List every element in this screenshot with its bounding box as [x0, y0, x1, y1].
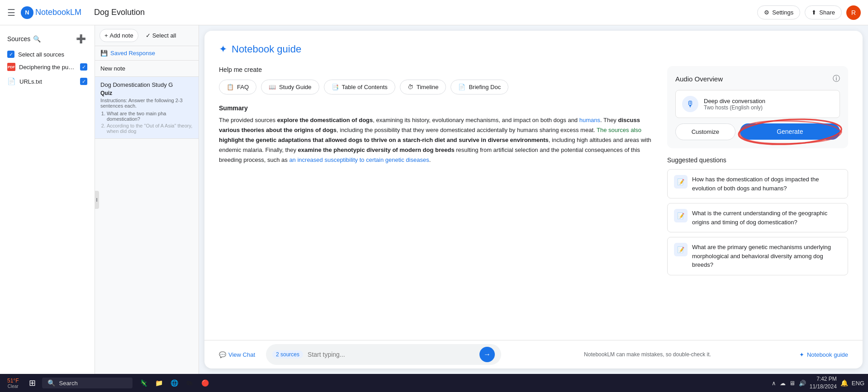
note-title-new: New note	[100, 65, 193, 72]
view-chat-button[interactable]: 💬 View Chat	[213, 348, 261, 361]
deep-dive-subtitle: Two hosts (English only)	[704, 104, 765, 111]
note-item-study[interactable]: Dog Domestication Study G Quiz Instructi…	[95, 77, 199, 139]
menu-icon[interactable]: ☰	[7, 7, 15, 18]
settings-icon: ⚙	[764, 9, 769, 16]
timeline-icon: ⏱	[408, 84, 413, 90]
study-guide-icon: 📖	[269, 84, 276, 90]
app-logo: N NotebookLM	[21, 6, 81, 19]
saved-response-icon: 💾	[100, 50, 108, 57]
add-note-label: Add note	[110, 32, 133, 39]
source-checkbox-pdf[interactable]: ✓	[80, 63, 87, 71]
briefing-doc-label: Briefing Doc	[469, 84, 501, 90]
source-item-pdf[interactable]: PDF Deciphering the puzzl... ✓	[0, 60, 95, 74]
notebook-guide-star-icon: ✦	[799, 351, 804, 358]
taskbar-icon-edge[interactable]: 🌐	[167, 376, 181, 390]
quiz-question-2: According to the "Out of A Asia" theory,…	[107, 123, 193, 134]
sources-label: Sources 🔍	[7, 35, 41, 43]
question-icon-2: 📝	[674, 209, 688, 222]
audio-info-icon[interactable]: ⓘ	[833, 74, 840, 84]
taskbar-icon-files[interactable]: 📁	[152, 376, 166, 390]
question-icon-3: 📝	[674, 243, 688, 256]
taskbar-time: 7:42 PM	[810, 375, 837, 383]
weather-temp: 51°F	[7, 378, 19, 384]
question-card-2[interactable]: 📝 What is the current understanding of t…	[667, 203, 848, 232]
notebook-guide-button[interactable]: ✦ Notebook guide	[794, 348, 854, 361]
study-guide-button[interactable]: 📖 Study Guide	[261, 80, 319, 94]
settings-button[interactable]: ⚙ Settings	[757, 5, 800, 19]
sources-badge: 2 sources	[272, 350, 303, 359]
summary-section: Summary The provided sources explore the…	[219, 104, 653, 165]
sidebar-collapse-tab[interactable]: ‖	[95, 191, 99, 209]
weather-widget: 51°F Clear	[4, 378, 22, 389]
question-text-2: What is the current understanding of the…	[692, 209, 841, 227]
guide-header: ✦ Notebook guide	[219, 43, 848, 55]
taskbar-icon-chrome[interactable]: 🔴	[198, 376, 212, 390]
customize-button[interactable]: Customize	[675, 123, 735, 140]
source-item-txt[interactable]: 📄 URLs.txt ✓	[0, 74, 95, 89]
chat-input[interactable]	[308, 351, 475, 358]
select-all-sources-row[interactable]: ✓ Select all sources	[0, 49, 95, 60]
taskbar-search-box[interactable]: 🔍 Search	[42, 378, 133, 388]
select-all-label: Select all sources	[18, 51, 64, 58]
select-all-checkbox[interactable]: ✓	[7, 51, 14, 58]
taskbar-language-icon[interactable]: ENG	[852, 380, 864, 387]
taskbar-monitor-icon[interactable]: 🖥	[789, 380, 795, 387]
taskbar-icon-browser[interactable]: 🦎	[136, 376, 151, 390]
notebook-guide-label: Notebook guide	[807, 351, 848, 358]
generate-button[interactable]: Generate	[740, 123, 840, 140]
taskbar-date: 11/18/2024	[810, 383, 837, 391]
question-icon-1: 📝	[674, 175, 688, 189]
start-button[interactable]: ⊞	[24, 375, 40, 391]
add-note-icon: +	[104, 32, 108, 39]
timeline-button[interactable]: ⏱ Timeline	[400, 80, 446, 94]
deep-dive-title: Deep dive conversation	[704, 98, 765, 104]
summary-title: Summary	[219, 104, 653, 112]
taskbar-search-label: Search	[59, 380, 77, 387]
guide-title: Notebook guide	[232, 43, 301, 55]
share-label: Share	[819, 9, 835, 16]
taskbar-icon-store[interactable]: 🛍	[182, 376, 197, 390]
chat-icon: 💬	[219, 351, 226, 358]
avatar: R	[846, 5, 861, 20]
deep-dive-card: 🎙 Deep dive conversation Two hosts (Engl…	[675, 90, 840, 118]
taskbar-up-arrow-icon[interactable]: ∧	[772, 380, 776, 387]
taskbar-cloud-icon[interactable]: ☁	[780, 380, 786, 387]
question-card-3[interactable]: 📝 What are the primary genetic mechanism…	[667, 237, 848, 275]
note-item-new[interactable]: New note	[95, 61, 199, 77]
send-button[interactable]: →	[479, 347, 495, 362]
summary-text: The provided sources explore the domesti…	[219, 115, 653, 165]
source-name-pdf: Deciphering the puzzl...	[19, 64, 76, 71]
add-note-button[interactable]: + Add note	[100, 29, 138, 42]
share-button[interactable]: ⬆ Share	[805, 5, 842, 19]
briefing-doc-button[interactable]: 📄 Briefing Doc	[451, 80, 508, 94]
faq-label: FAQ	[237, 84, 249, 90]
taskbar-speaker-icon[interactable]: 🔊	[799, 380, 806, 387]
faq-button[interactable]: 📋 FAQ	[219, 80, 256, 94]
question-text-3: What are the primary genetic mechanisms …	[692, 243, 841, 269]
source-checkbox-txt[interactable]: ✓	[80, 78, 87, 85]
disclaimer-text: NotebookLM can make mistakes, so double-…	[507, 351, 788, 358]
txt-icon: 📄	[7, 77, 16, 85]
add-source-icon[interactable]: ➕	[75, 33, 87, 45]
select-all-notes-label: Select all	[152, 32, 176, 39]
pdf-icon: PDF	[7, 63, 15, 71]
saved-response-label: Saved Response	[110, 50, 155, 57]
toc-button[interactable]: 📑 Table of Contents	[324, 80, 395, 94]
suggested-questions-title: Suggested questions	[667, 156, 848, 164]
checkmark-icon: ✓	[146, 32, 151, 39]
question-card-1[interactable]: 📝 How has the domestication of dogs impa…	[667, 169, 848, 198]
taskbar: 51°F Clear ⊞ 🔍 Search 🦎 📁 🌐 🛍 🔴 ∧ ☁ 🖥 🔊 …	[0, 374, 868, 392]
audio-overview-title: Audio Overview	[675, 75, 723, 83]
saved-response-tag[interactable]: 💾 Saved Response	[95, 46, 199, 61]
select-all-button[interactable]: ✓ Select all	[141, 29, 181, 42]
help-create-label: Help me create	[219, 66, 653, 73]
quiz-instructions: Instructions: Answer the following 2-3 s…	[100, 98, 193, 109]
note-title-study: Dog Domestication Study G	[100, 81, 193, 88]
quiz-questions-list: What are the two main pha domestication?…	[100, 111, 193, 134]
taskbar-search-icon: 🔍	[47, 379, 55, 387]
app-logo-text: NotebookLM	[35, 8, 81, 17]
taskbar-notification-icon[interactable]: 🔔	[840, 379, 848, 387]
faq-icon: 📋	[227, 84, 234, 90]
sources-info-icon: 🔍	[33, 35, 41, 43]
toc-icon: 📑	[332, 84, 339, 90]
